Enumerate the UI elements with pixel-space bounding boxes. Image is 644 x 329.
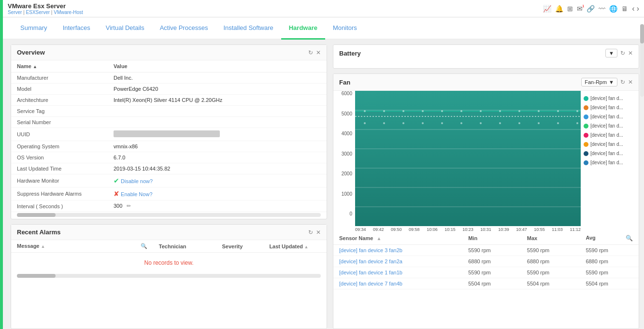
fan-search-icon[interactable]: 🔍 xyxy=(626,235,633,242)
x-axis-label: 11:12 xyxy=(570,227,581,232)
tab-monitors[interactable]: Monitors xyxy=(325,17,365,40)
fan-expand-icon[interactable]: ✕ xyxy=(628,79,633,86)
expand-icon[interactable]: ✕ xyxy=(316,49,321,56)
y-axis-label: 4000 xyxy=(333,131,352,136)
overview-row-value: ✘ Enable Now? xyxy=(108,187,327,200)
overview-table-wrap: Name ▲ Value ManufacturerDell Inc.ModelP… xyxy=(11,60,327,212)
fan-sensor-avg: 5590 rpm xyxy=(580,245,639,256)
fan-chart-area: 6000500040003000200010000 xyxy=(333,91,639,232)
overview-card: Overview ↻ ✕ Name ▲ Value xyxy=(11,44,327,219)
svg-point-27 xyxy=(518,122,520,124)
disable-hardware-monitor[interactable]: Disable now? xyxy=(121,178,153,184)
fan-refresh-icon[interactable]: ↻ xyxy=(620,79,625,86)
svg-point-9 xyxy=(422,110,424,112)
legend-item: [device] fan d... xyxy=(581,122,639,129)
overview-row-value: ✔ Disable now? xyxy=(108,174,327,187)
mail-icon[interactable]: ✉1 xyxy=(577,5,583,13)
legend-item: [device] fan d... xyxy=(581,95,639,102)
wave-icon[interactable]: 〰 xyxy=(599,5,605,13)
svg-point-13 xyxy=(499,110,501,112)
chart-icon[interactable]: 📈 xyxy=(543,5,551,13)
legend-label: [device] fan d... xyxy=(590,132,623,138)
fan-col-sensor[interactable]: Sensor Name ▲ xyxy=(333,232,462,245)
svg-point-14 xyxy=(518,110,520,112)
fan-table-row: [device] fan device 3 fan2b 5590 rpm 559… xyxy=(333,245,639,256)
enable-hardware-alarms[interactable]: Enable Now? xyxy=(121,191,152,197)
overview-row-value xyxy=(108,117,327,128)
fan-sensor-name[interactable]: [device] fan device 1 fan1b xyxy=(333,267,462,278)
alarms-col-message[interactable]: Message 🔍 xyxy=(11,240,153,253)
alarms-scrollbar-thumb xyxy=(17,274,56,278)
overview-row: Last Updated Time2019-03-15 10:44:35.82 xyxy=(11,163,327,174)
overview-row: ArchitechtureIntel(R) Xeon(R) Silver 411… xyxy=(11,95,327,106)
fan-sensor-name[interactable]: [device] fan device 3 fan2b xyxy=(333,245,462,256)
overview-scrollbar[interactable] xyxy=(17,213,321,217)
overview-row-value: vmnix-x86 xyxy=(108,141,327,152)
breadcrumb-vmwarehost[interactable]: VMware-Host xyxy=(54,10,83,15)
overview-row: Interval ( Seconds )300 ✏ xyxy=(11,200,327,212)
legend-dot xyxy=(584,114,588,119)
bell-icon[interactable]: 🔔 xyxy=(555,5,563,13)
monitor-icon[interactable]: 🖥 xyxy=(621,5,628,13)
fan-sensor-max: 5590 rpm xyxy=(521,267,580,278)
overview-row-name: Manufacturer xyxy=(11,72,108,84)
app-title: VMware Esx Server xyxy=(8,2,83,10)
alarms-col-last-updated[interactable]: Last Updated xyxy=(263,240,327,253)
breadcrumb-esxserver[interactable]: ESXServer xyxy=(26,10,50,15)
svg-point-19 xyxy=(364,122,366,124)
tab-hardware[interactable]: Hardware xyxy=(281,17,325,40)
battery-dropdown[interactable]: ▼ xyxy=(605,49,617,57)
legend-dot xyxy=(584,105,588,110)
link-icon[interactable]: 🔗 xyxy=(587,5,595,13)
fan-sensor-min: 5590 rpm xyxy=(462,267,521,278)
alarms-no-records: No records to view. xyxy=(11,253,327,273)
breadcrumb-server[interactable]: Server xyxy=(8,10,22,15)
legend-label: [device] fan d... xyxy=(590,123,623,129)
fan-sensor-max: 6880 rpm xyxy=(521,256,580,267)
search-alarm-icon[interactable]: 🔍 xyxy=(141,243,147,249)
chart-legend: [device] fan d...[device] fan d...[devic… xyxy=(581,91,639,232)
x-axis-label: 10:47 xyxy=(516,227,527,232)
nav-tabs: Summary Interfaces Virtual Details Activ… xyxy=(3,17,644,40)
tab-interfaces[interactable]: Interfaces xyxy=(55,17,98,40)
globe-icon[interactable]: 🌐 xyxy=(609,5,617,13)
fan-dropdown[interactable]: Fan-Rpm ▼ xyxy=(581,78,617,86)
tab-virtual-details[interactable]: Virtual Details xyxy=(98,17,152,40)
svg-point-8 xyxy=(402,110,404,112)
svg-point-25 xyxy=(480,122,482,124)
refresh-icon[interactable]: ↻ xyxy=(308,49,313,56)
interval-edit-icon[interactable]: ✏ xyxy=(127,203,131,209)
alarms-table: Message 🔍 Technician Severity Last Updat… xyxy=(11,240,327,273)
tab-installed-software[interactable]: Installed Software xyxy=(215,17,281,40)
fan-table-row: [device] fan device 1 fan1b 5590 rpm 559… xyxy=(333,267,639,278)
x-axis-label: 09:58 xyxy=(409,227,420,232)
overview-row-name: Hardware Monitor xyxy=(11,174,108,187)
svg-point-24 xyxy=(460,122,462,124)
battery-expand-icon[interactable]: ✕ xyxy=(628,50,633,57)
overview-header-icons: ↻ ✕ xyxy=(308,49,321,56)
legend-item: [device] fan d... xyxy=(581,113,639,120)
overview-row-value xyxy=(108,128,327,141)
nav-forward-button[interactable]: › xyxy=(637,4,639,13)
fan-sensor-name[interactable]: [device] fan device 2 fan2a xyxy=(333,256,462,267)
x-axis-label: 09:42 xyxy=(373,227,384,232)
sensor-sort-icon[interactable]: ▲ xyxy=(376,236,381,241)
legend-label: [device] fan d... xyxy=(590,114,623,119)
alarms-scrollbar[interactable] xyxy=(17,274,321,278)
battery-refresh-icon[interactable]: ↻ xyxy=(620,50,625,57)
fan-sensor-name[interactable]: [device] fan device 7 fan4b xyxy=(333,278,462,289)
nav-arrows: ‹ › xyxy=(632,4,639,13)
alarms-refresh-icon[interactable]: ↻ xyxy=(308,229,313,236)
tab-active-processes[interactable]: Active Processes xyxy=(152,17,216,40)
legend-dot xyxy=(584,160,588,165)
overview-row-value: Intel(R) Xeon(R) Silver 4114 CPU @ 2.20G… xyxy=(108,95,327,106)
overview-row: Serial Number xyxy=(11,117,327,128)
nav-back-button[interactable]: ‹ xyxy=(632,4,634,13)
tab-summary[interactable]: Summary xyxy=(13,17,55,40)
alarms-card: Recent Alarms ↻ ✕ Message 🔍 Technician S… xyxy=(11,224,327,329)
overview-row-name: Suppress Hardware Alarms xyxy=(11,187,108,200)
fan-sensor-max: 5590 rpm xyxy=(521,245,580,256)
alarms-expand-icon[interactable]: ✕ xyxy=(316,229,321,236)
grid-icon[interactable]: ⊞ xyxy=(567,5,573,13)
overview-title: Overview xyxy=(17,49,45,56)
